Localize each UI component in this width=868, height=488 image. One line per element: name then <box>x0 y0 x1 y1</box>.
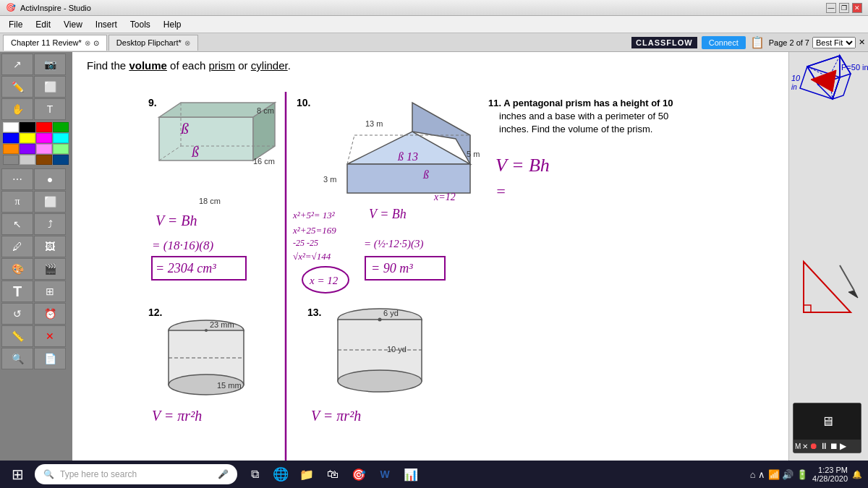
tool-rotate[interactable]: ↺ <box>1 303 33 325</box>
svg-marker-18 <box>811 70 836 92</box>
tool-select[interactable]: ↖ <box>1 213 33 235</box>
p10-dim1: 13 m <box>365 119 383 128</box>
p11-label: 11. A pentagonal prism has a height of 1… <box>488 98 673 108</box>
tool-doc[interactable]: 📄 <box>34 348 66 369</box>
tool-eraser[interactable]: ⬜ <box>34 191 66 213</box>
tab-icon: ⊙ <box>93 39 99 47</box>
taskbar-date: 4/28/2020 <box>812 474 848 483</box>
color-swatch[interactable] <box>36 122 52 132</box>
tool-text[interactable]: T <box>34 98 66 120</box>
color-swatch[interactable] <box>20 144 35 154</box>
p10-label: 10. <box>297 97 310 108</box>
mini-ctrl-play[interactable]: ▶ <box>840 441 846 451</box>
minimize-button[interactable]: — <box>826 3 836 13</box>
classflow-icon: 📋 <box>750 35 765 49</box>
tool-camera[interactable]: 📷 <box>34 53 66 75</box>
tool-pi[interactable]: π <box>1 191 33 213</box>
color-swatch[interactable] <box>53 144 69 154</box>
tool-lasso[interactable]: ⤴ <box>34 213 66 235</box>
tool-media[interactable]: 🎬 <box>34 258 66 280</box>
color-swatch[interactable] <box>20 122 35 132</box>
tool-highlighter[interactable]: 🖊 <box>1 236 33 257</box>
menu-file[interactable]: File <box>3 18 28 31</box>
tool-dots[interactable]: ⋯ <box>1 168 33 190</box>
mini-ctrl-pause[interactable]: ⏸ <box>820 441 828 451</box>
p9-answer-box <box>152 257 246 280</box>
tool-move[interactable]: ✋ <box>1 98 33 120</box>
color-swatch[interactable] <box>20 133 35 143</box>
taskbar-explorer[interactable]: 📁 <box>295 463 318 486</box>
title-volume: volume <box>129 59 167 72</box>
tab-chapter11[interactable]: Chapter 11 Review* ⊗ ⊙ <box>3 35 107 51</box>
mini-ctrl-record[interactable]: ⏺ <box>809 441 818 451</box>
taskbar-search[interactable]: 🔍 Type here to search 🎤 <box>35 464 237 484</box>
color-swatch[interactable] <box>36 133 52 143</box>
taskbar-taskview[interactable]: ⧉ <box>243 463 266 486</box>
color-swatch[interactable] <box>3 155 19 165</box>
color-swatch[interactable] <box>36 155 52 165</box>
taskbar-app2[interactable]: 📊 <box>399 463 422 486</box>
menu-view[interactable]: View <box>58 18 88 31</box>
svg-marker-1 <box>159 103 275 117</box>
tool-circle[interactable]: ● <box>34 168 66 190</box>
menu-bar: File Edit View Insert Tools Help <box>0 16 868 33</box>
p10-vbh: V = Bh <box>369 207 407 221</box>
menu-tools[interactable]: Tools <box>124 18 156 31</box>
connect-button[interactable]: Connect <box>702 36 746 49</box>
tool-clock[interactable]: ⏰ <box>34 303 66 325</box>
p11-equals: = <box>495 182 506 200</box>
tab-chapter11-close[interactable]: ⊗ <box>85 39 90 47</box>
tool-grid[interactable]: ⊞ <box>34 281 66 302</box>
color-swatch[interactable] <box>3 144 19 154</box>
menu-insert[interactable]: Insert <box>90 18 123 31</box>
tool-zoom[interactable]: 🔍 <box>1 348 33 369</box>
tool-x[interactable]: ✕ <box>34 325 66 347</box>
menu-edit[interactable]: Edit <box>30 18 56 31</box>
fit-select[interactable]: Best Fit 100% 75% <box>812 37 856 48</box>
p9-step1: = (18·16)(8) <box>152 239 213 252</box>
tool-stamp[interactable]: 🖼 <box>34 236 66 257</box>
tool-export[interactable]: ↗ <box>1 53 33 75</box>
color-swatch[interactable] <box>36 144 52 154</box>
color-swatch[interactable] <box>53 122 69 132</box>
taskbar-activinspire[interactable]: 🎯 <box>347 463 370 486</box>
mini-player[interactable]: 🖥 M ✕ ⏺ ⏸ ⏹ ▶ <box>793 403 861 453</box>
color-swatch[interactable] <box>20 155 35 165</box>
tool-pen[interactable]: ✏️ <box>1 76 33 98</box>
color-swatch[interactable] <box>3 133 19 143</box>
p12-label: 12. <box>148 307 162 318</box>
content-area: Find the volume of each prism or cylinde… <box>72 52 788 461</box>
microphone-icon[interactable]: 🎤 <box>218 469 229 479</box>
p9-label: 9. <box>148 97 157 108</box>
svg-marker-25 <box>848 291 858 298</box>
tool-text-large[interactable]: T <box>1 281 33 302</box>
taskbar-store[interactable]: 🛍 <box>321 463 344 486</box>
svg-marker-8 <box>412 103 470 164</box>
search-placeholder: Type here to search <box>60 469 137 479</box>
taskbar-word[interactable]: W <box>373 463 396 486</box>
tool-fill[interactable]: 🎨 <box>1 258 33 280</box>
color-swatch[interactable] <box>53 133 69 143</box>
color-swatch[interactable] <box>53 155 69 165</box>
color-swatch[interactable] <box>3 122 19 132</box>
menu-help[interactable]: Help <box>158 18 187 31</box>
taskbar-edge[interactable]: 🌐 <box>269 463 292 486</box>
tab-desktop-close[interactable]: ⊗ <box>184 39 190 47</box>
close-btn[interactable]: ✕ <box>859 38 865 47</box>
tool-ruler[interactable]: 📏 <box>1 325 33 347</box>
mini-ctrl-stop[interactable]: ⏹ <box>830 441 838 451</box>
p13-center-dot <box>378 318 382 322</box>
classflow-badge: CLASSFLOW <box>631 37 697 48</box>
maximize-button[interactable]: ❐ <box>839 3 849 13</box>
p9-formula: V = Bh <box>156 213 197 228</box>
taskbar-apps: ⧉ 🌐 📁 🛍 🎯 W 📊 <box>243 463 744 486</box>
mini-ctrl-m[interactable]: M <box>795 442 801 450</box>
svg-line-9 <box>347 135 354 164</box>
start-button[interactable]: ⊞ <box>6 463 29 486</box>
tool-shape[interactable]: ⬜ <box>34 76 66 98</box>
p10-x12: x=12 <box>433 192 456 202</box>
taskbar-notif[interactable]: 🔔 <box>852 470 862 479</box>
tab-desktop-flipchart[interactable]: Desktop Flipchart* ⊗ <box>109 35 198 51</box>
close-button[interactable]: ✕ <box>852 3 862 13</box>
mini-ctrl-x[interactable]: ✕ <box>802 442 808 450</box>
